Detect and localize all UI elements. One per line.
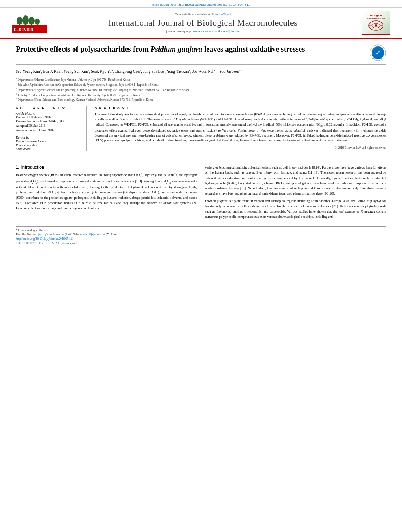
main-left-col: 1. Introduction Reactive oxygen species …	[16, 165, 197, 222]
email-label: E-mail addresses:	[16, 233, 37, 236]
bio-macro-icon	[368, 20, 384, 31]
keyword-1: Psidium guajava leaves	[16, 139, 82, 143]
article-info-abstract-section: A R T I C L E I N F O Article history: R…	[16, 106, 386, 151]
journal-volume-info: International Journal of Biological Macr…	[152, 3, 250, 6]
affiliation-e: e Department of Food Science and Biotech…	[16, 97, 386, 102]
affiliation-a: a Department of Marine Life Science, Jej…	[16, 77, 386, 82]
svg-text:CrossMark: CrossMark	[373, 57, 383, 59]
svg-point-4	[28, 17, 35, 25]
received-revised-date: Received in revised form 29 May 2016	[16, 120, 82, 123]
svg-point-3	[22, 15, 29, 25]
article-title-section: Protective effects of polysaccharides fr…	[16, 44, 386, 65]
abstract-col: A B S T R A C T The aim of this study wa…	[95, 106, 386, 151]
sciencedirect-link[interactable]: ScienceDirect	[212, 13, 231, 16]
journal-logo-box: BiologicalMacromolecules	[362, 11, 390, 35]
footer-doi: http://dx.doi.org/10.1016/j.ijbiomac.201…	[16, 237, 386, 241]
body-divider	[0, 160, 402, 160]
abstract-text: The aim of this study was to analyze ant…	[95, 112, 386, 143]
keywords-label: Keywords:	[16, 136, 82, 139]
affiliation-d: d Industry-Academic Cooperation Foundati…	[16, 92, 386, 97]
intro-paragraph-2: variety of biochemical and physiological…	[205, 165, 386, 196]
journal-header: ELSEVIER Contents lists available at Sci…	[0, 8, 402, 39]
svg-text:✓: ✓	[376, 50, 380, 56]
authors-section: Seo-Young Kima, Eun-A Kima, Young-Sun Ki…	[16, 69, 386, 74]
journal-logo-right: BiologicalMacromolecules	[355, 11, 390, 35]
journal-title: International Journal of Biological Macr…	[51, 18, 355, 28]
affiliations-section: a Department of Marine Life Science, Jej…	[16, 77, 386, 102]
main-right-col: variety of biochemical and physiological…	[205, 165, 386, 222]
article-body: Protective effects of polysaccharides fr…	[0, 39, 402, 155]
page-container: International Journal of Biological Macr…	[0, 0, 402, 532]
accepted-date: Accepted 30 May 2016	[16, 124, 82, 128]
article-info-col: A R T I C L E I N F O Article history: R…	[16, 106, 87, 151]
keyword-3: Antioxidant	[16, 147, 82, 151]
abstract-header: A B S T R A C T	[95, 106, 386, 109]
svg-text:ELSEVIER: ELSEVIER	[14, 28, 34, 32]
svg-point-2	[17, 17, 23, 25]
journal-homepage: journal homepage: www.elsevier.com/locat…	[51, 30, 355, 33]
homepage-url[interactable]: www.elsevier.com/locate/ijbiomac	[193, 30, 240, 33]
main-content: 1. Introduction Reactive oxygen species …	[0, 165, 402, 222]
email1[interactable]: jwnah@sunchon.ac.kr	[38, 233, 64, 236]
journal-name-area: Contents lists available at ScienceDirec…	[51, 13, 355, 33]
article-info-header: A R T I C L E I N F O	[16, 106, 82, 109]
corresponding-note: * Corresponding authors.	[16, 228, 386, 232]
svg-rect-9	[37, 24, 37, 26]
affiliation-b: b Jeju Aloe Agriculture Association Coop…	[16, 82, 386, 87]
keywords-section: Keywords: Psidium guajava leaves Polysac…	[16, 136, 82, 151]
doi-link[interactable]: http://dx.doi.org/10.1016/j.ijbiomac.201…	[16, 237, 73, 241]
affiliation-c: c Department of Polymer Science and Engi…	[16, 87, 386, 92]
crossmark-logo: ✓ CrossMark	[370, 44, 386, 61]
footer-issn: 0141-8130/© 2016 Elsevier B.V. All right…	[16, 241, 386, 245]
svg-point-5	[35, 19, 40, 25]
elsevier-logo-area: ELSEVIER	[12, 13, 51, 33]
article-footer: * Corresponding authors. E-mail addresse…	[0, 222, 402, 247]
svg-rect-7	[25, 24, 26, 26]
intro-paragraph-3: Psidium guajava is a plant found in trop…	[205, 198, 386, 219]
article-title: Protective effects of polysaccharides fr…	[16, 44, 364, 54]
keyword-2: Polysaccharides	[16, 143, 82, 147]
contents-available-text: Contents lists available at ScienceDirec…	[51, 13, 355, 16]
elsevier-logo: ELSEVIER	[12, 13, 47, 33]
svg-point-12	[375, 24, 377, 27]
available-date: Available online 11 June 2016	[16, 128, 82, 132]
received-date: Received 19 February 2016	[16, 115, 82, 119]
intro-paragraph-1: Reactive oxygen species (ROS), unstable …	[16, 172, 197, 211]
email2[interactable]: youjinj@jejunu.ac.kr	[80, 233, 105, 236]
article-history-label: Article history:	[16, 112, 82, 115]
copyright-notice: © 2016 Elsevier B.V. All rights reserved…	[95, 146, 386, 150]
svg-rect-8	[31, 24, 32, 26]
footer-divider	[16, 226, 386, 227]
svg-rect-6	[19, 24, 20, 26]
email2-name: (Y.-J. Jeon).	[106, 233, 120, 236]
intro-heading: 1. Introduction	[16, 165, 197, 169]
email1-name: (J.-W. Nah),	[65, 233, 80, 236]
footer-emails: E-mail addresses: jwnah@sunchon.ac.kr (J…	[16, 233, 386, 236]
top-bar: International Journal of Biological Macr…	[0, 0, 402, 8]
